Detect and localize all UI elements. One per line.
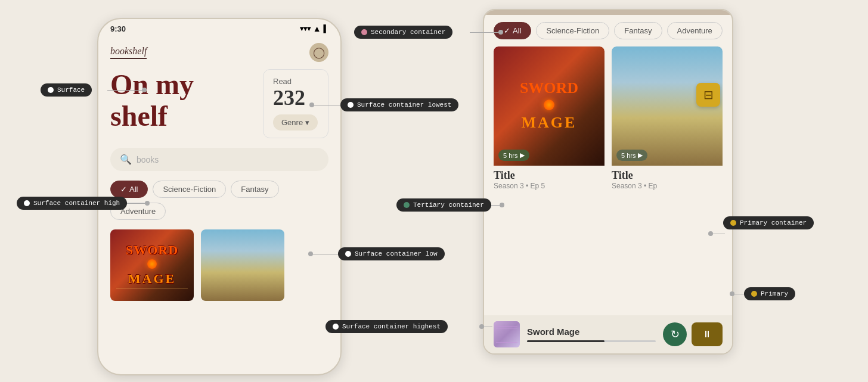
book-card-sword-mage[interactable]: SWORD MAGE (110, 229, 194, 301)
chip-fantasy[interactable]: Fantasy (231, 181, 278, 198)
duration-1: 5 hrs (503, 152, 517, 159)
line-low (312, 254, 339, 254)
annotation-primary-label: Primary (761, 290, 788, 297)
annotation-lowest-label: Surface container lowest (357, 101, 451, 108)
tablet-orb (544, 100, 554, 110)
chip-sf-label: Science-Fiction (163, 185, 216, 194)
tablet-book-subtitle-1: Season 3 • Ep 5 (494, 182, 604, 190)
annotation-primary-container-label: Primary container (740, 219, 807, 226)
np-progress-fill (527, 340, 604, 342)
line-secondary (470, 32, 500, 33)
avatar[interactable]: ◯ (309, 43, 328, 62)
chip-adventure-label: Adventure (120, 207, 156, 216)
annotation-dot-high (24, 200, 30, 206)
annotation-surface-high: Surface container high (17, 197, 127, 210)
annotation-primary-container: Primary container (723, 216, 814, 229)
book-card-desert[interactable] (201, 229, 284, 301)
read-label: Read (273, 77, 318, 86)
annotation-dot-primary (751, 291, 757, 297)
battery-icon: ▌ (323, 24, 328, 33)
line-lowest (314, 105, 342, 105)
save-icon: ⊟ (703, 88, 714, 102)
play-icon-1: ▶ (520, 151, 525, 159)
dot-primary (730, 291, 734, 296)
book-cover-desert (201, 229, 284, 301)
annotation-line-surface (107, 90, 143, 91)
dropdown-icon: ▾ (305, 118, 309, 127)
np-controls: ↻ ⏸ (663, 322, 723, 346)
annotation-dot-secondary (361, 29, 367, 35)
tablet-chip-sf[interactable]: Science-Fiction (536, 22, 609, 39)
np-thumbnail (494, 321, 520, 347)
annotation-secondary-label: Secondary container (371, 29, 445, 36)
search-icon: 🔍 (120, 154, 132, 165)
time-badge-2: 5 hrs ▶ (616, 150, 647, 161)
hero-title: On my shelf (110, 69, 253, 132)
cover-orb (147, 259, 157, 269)
dot-lowest (309, 103, 314, 107)
annotation-primary: Primary (744, 287, 795, 300)
annotation-dot-highest (333, 324, 339, 330)
tablet-filter-chips: ✓ All Science-Fiction Fantasy Adventure (484, 15, 732, 46)
tablet-mockup: ✓ All Science-Fiction Fantasy Adventure … (483, 9, 733, 355)
annotation-highest-label: Surface container highest (342, 323, 441, 330)
phone-mockup: 9:30 ▾▾▾ ▲ ▌ bookshelf ◯ On my shelf Rea… (97, 18, 342, 375)
filter-chips: ✓ All Science-Fiction Fantasy Adventure (98, 181, 340, 229)
save-button[interactable]: ⊟ (696, 83, 720, 107)
chip-all[interactable]: ✓ All (110, 181, 148, 198)
tablet-chip-fantasy[interactable]: Fantasy (614, 22, 662, 39)
app-logo: bookshelf (110, 46, 147, 59)
genre-label: Genre (281, 118, 303, 127)
annotation-low-label: Surface container low (355, 250, 438, 257)
hero-section: On my shelf Read 232 Genre ▾ (98, 69, 340, 148)
annotation-tertiary: Tertiary container (396, 198, 491, 212)
dot-highest (479, 324, 484, 329)
genre-button[interactable]: Genre ▾ (273, 114, 318, 131)
signal-icon: ▾▾▾ (300, 24, 311, 33)
annotation-dot-primary-container (730, 220, 736, 226)
dot-low (308, 251, 313, 256)
avatar-icon: ◯ (313, 46, 325, 59)
annotation-surface-highest: Surface container highest (326, 320, 448, 333)
annotation-tertiary-label: Tertiary container (413, 201, 484, 209)
annotation-high-label: Surface container high (33, 200, 120, 207)
dot-secondary (498, 30, 503, 35)
app-header: bookshelf ◯ (98, 38, 340, 69)
np-refresh-button[interactable]: ↻ (663, 322, 687, 346)
annotation-surface: Surface (41, 83, 92, 97)
tablet-cover-sword: SWORD MAGE 5 hrs ▶ (494, 46, 604, 166)
tablet-book-title-1: Title (494, 169, 604, 182)
tablet-book-card-2[interactable]: 5 hrs ▶ Title Season 3 • Ep ⊟ (612, 46, 723, 190)
tablet-chip-adventure-label: Adventure (677, 26, 712, 35)
tablet-chip-fantasy-label: Fantasy (624, 26, 652, 35)
read-stats-box: Read 232 Genre ▾ (263, 69, 328, 138)
duration-2: 5 hrs (621, 152, 636, 159)
search-placeholder: books (137, 155, 159, 164)
chip-science-fiction[interactable]: Science-Fiction (153, 181, 226, 198)
check-icon: ✓ (120, 185, 127, 194)
tablet-book-grid: SWORD MAGE 5 hrs ▶ Title Season 3 • Ep 5… (484, 46, 732, 197)
tablet-sword-title: SWORD (520, 80, 578, 96)
line-primary-container (713, 234, 725, 234)
annotation-dot-low (345, 251, 351, 257)
tablet-check-icon: ✓ (504, 26, 510, 35)
np-pause-button[interactable]: ⏸ (692, 322, 723, 346)
tablet-book-card-1[interactable]: SWORD MAGE 5 hrs ▶ Title Season 3 • Ep 5 (494, 46, 604, 190)
annotation-surface-lowest: Surface container lowest (340, 98, 458, 111)
search-bar[interactable]: 🔍 books (110, 148, 328, 171)
tablet-chip-all-label: All (513, 26, 521, 35)
play-icon-2: ▶ (638, 151, 643, 159)
wifi-icon: ▲ (313, 24, 321, 33)
time-badge-1: 5 hrs ▶ (498, 150, 529, 161)
chip-fantasy-label: Fantasy (241, 185, 268, 194)
tablet-mage-title: MAGE (522, 114, 577, 132)
annotation-secondary: Secondary container (354, 26, 452, 39)
pause-icon: ⏸ (702, 329, 712, 340)
tablet-chip-adventure[interactable]: Adventure (667, 22, 723, 39)
book-cover-sword-mage: SWORD MAGE (110, 229, 194, 301)
np-progress-bar[interactable] (527, 340, 656, 342)
cover-title-mage: MAGE (128, 271, 176, 287)
tablet-book-subtitle-2: Season 3 • Ep (612, 182, 723, 190)
annotation-surface-low: Surface container low (338, 247, 445, 260)
dot-tertiary (500, 203, 504, 207)
